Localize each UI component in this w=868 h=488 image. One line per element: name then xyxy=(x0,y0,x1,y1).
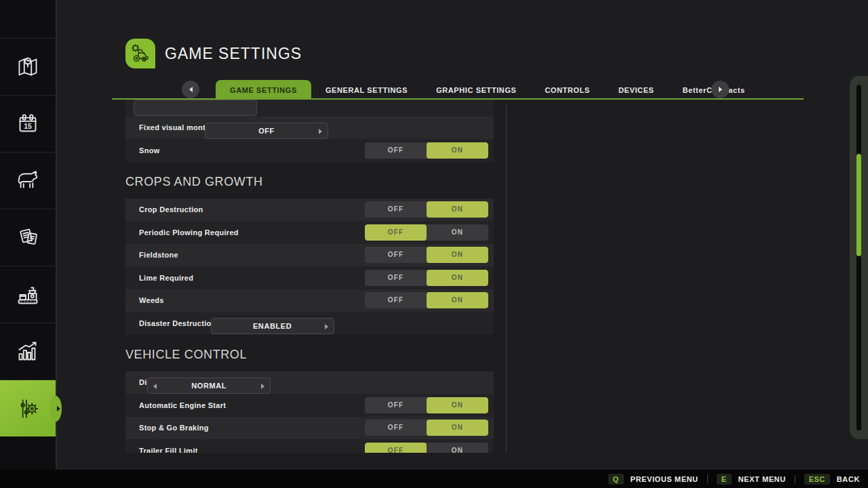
toggle-off-button[interactable]: OFF xyxy=(365,397,427,413)
cow-icon xyxy=(12,165,43,197)
setting-label: Trailer Fill Limit xyxy=(125,447,198,453)
select-fixed-visual-month[interactable]: OFF xyxy=(205,123,328,139)
sidebar-item-animals[interactable] xyxy=(0,152,56,209)
toggle-on-button[interactable]: ON xyxy=(427,420,488,436)
setting-row: Fixed visual monthOFF xyxy=(125,117,494,140)
setting-row: Automatic Engine StartOFFON xyxy=(125,394,494,417)
sidebar-item-production[interactable] xyxy=(0,266,56,323)
hint-label: BACK xyxy=(837,475,860,483)
setting-row: Lime RequiredOFFON xyxy=(125,266,494,289)
scrollbar-track[interactable] xyxy=(856,85,861,430)
select-value: OFF xyxy=(258,127,275,135)
production-icon xyxy=(12,279,43,310)
toggle-off-button[interactable]: OFF xyxy=(365,142,427,159)
sidebar-item-contracts[interactable] xyxy=(0,209,56,266)
setting-label: Disaster Destruction xyxy=(125,319,216,327)
setting-label: Lime Required xyxy=(125,274,193,282)
sidebar-item-settings[interactable] xyxy=(0,380,56,436)
right-arrow-icon[interactable] xyxy=(261,384,264,389)
setting-row: WeedsOFFON xyxy=(125,289,494,312)
setting-row: Stop & Go BrakingOFFON xyxy=(125,417,494,440)
toggle-trailer-fill-limit[interactable]: OFFON xyxy=(365,443,488,453)
toggle-on-button[interactable]: ON xyxy=(427,270,488,286)
settings-list: Fixed visual monthOFFSnowOFFONCROPS AND … xyxy=(125,100,494,453)
toggle-off-button[interactable]: OFF xyxy=(365,247,427,263)
setting-row: FieldstoneOFFON xyxy=(125,244,494,267)
select-value: NORMAL xyxy=(191,382,226,390)
tab-bar: GAME SETTINGSGENERAL SETTINGSGRAPHIC SET… xyxy=(112,80,804,100)
toggle-automatic-engine-start[interactable]: OFFON xyxy=(365,397,488,413)
toggle-off-button[interactable]: OFF xyxy=(365,224,427,241)
select-disaster-destruction[interactable]: ENABLED xyxy=(211,318,334,334)
left-arrow-icon[interactable] xyxy=(182,81,199,98)
setting-label: Crop Destruction xyxy=(125,205,203,214)
hint-label: NEXT MENU xyxy=(738,475,786,483)
tab-devices[interactable]: DEVICES xyxy=(604,80,669,100)
setting-row: DirtNORMAL xyxy=(125,371,494,394)
toggle-off-button[interactable]: OFF xyxy=(365,420,427,436)
setting-label: Stop & Go Braking xyxy=(125,424,209,432)
key-badge-q: Q xyxy=(608,474,624,485)
hint-separator xyxy=(795,475,795,483)
toggle-on-button[interactable]: ON xyxy=(427,397,488,413)
toggle-on-button[interactable]: ON xyxy=(427,443,488,453)
select-dirt[interactable]: NORMAL xyxy=(147,378,271,394)
tab-general-settings[interactable]: GENERAL SETTINGS xyxy=(311,80,422,100)
footer-bar: QPREVIOUS MENUENEXT MENUESCBACK xyxy=(0,470,868,488)
setting-label: Fieldstone xyxy=(125,251,178,259)
section-title-crops-and-growth: CROPS AND GROWTH xyxy=(125,162,494,199)
stats-icon xyxy=(12,336,43,367)
select-value: ENABLED xyxy=(253,322,292,330)
hint-separator xyxy=(707,475,708,483)
toggle-on-button[interactable]: ON xyxy=(427,201,488,218)
sidebar-item-calendar[interactable]: 15 xyxy=(0,95,56,152)
setting-label: Snow xyxy=(125,146,160,155)
setting-row: Crop DestructionOFFON xyxy=(125,199,494,222)
toggle-on-button[interactable]: ON xyxy=(427,224,488,241)
hint-back[interactable]: ESCBACK xyxy=(804,474,860,485)
toggle-weeds[interactable]: OFFON xyxy=(365,292,488,308)
hint-previous-menu[interactable]: QPREVIOUS MENU xyxy=(608,474,698,485)
toggle-off-button[interactable]: OFF xyxy=(365,443,427,453)
toggle-on-button[interactable]: ON xyxy=(427,142,488,159)
setting-label: Weeds xyxy=(125,296,164,304)
toggle-snow[interactable]: OFFON xyxy=(365,142,488,159)
right-arrow-icon[interactable] xyxy=(711,81,729,98)
toggle-on-button[interactable]: ON xyxy=(427,247,488,263)
setting-row: Periodic Plowing RequiredOFFON xyxy=(125,221,494,244)
column-divider xyxy=(506,105,507,453)
toggle-lime-required[interactable]: OFFON xyxy=(365,270,488,286)
key-badge-e: E xyxy=(717,474,732,485)
tab-graphic-settings[interactable]: GRAPHIC SETTINGS xyxy=(422,80,530,100)
map-icon xyxy=(12,52,43,83)
setting-row: Disaster DestructionENABLED xyxy=(125,312,494,335)
tabs: GAME SETTINGSGENERAL SETTINGSGRAPHIC SET… xyxy=(216,80,760,100)
tab-controls[interactable]: CONTROLS xyxy=(531,80,605,100)
right-arrow-icon[interactable] xyxy=(319,129,322,134)
setting-row: Trailer Fill LimitOFFON xyxy=(125,439,494,453)
hint-next-menu[interactable]: ENEXT MENU xyxy=(717,474,786,485)
settings-icon xyxy=(12,393,43,424)
scrollbar-thumb[interactable] xyxy=(856,154,861,256)
toggle-crop-destruction[interactable]: OFFON xyxy=(365,201,488,218)
setting-row xyxy=(125,100,494,117)
sidebar-items: 15 xyxy=(0,38,56,436)
tab-game-settings[interactable]: GAME SETTINGS xyxy=(216,80,311,100)
setting-label: Automatic Engine Start xyxy=(125,401,226,409)
toggle-fieldstone[interactable]: OFFON xyxy=(365,247,488,263)
svg-text:15: 15 xyxy=(24,123,32,130)
sidebar-spacer xyxy=(0,0,56,38)
toggle-on-button[interactable]: ON xyxy=(427,292,488,308)
sidebar-item-map[interactable] xyxy=(0,38,56,95)
toggle-periodic-plowing-required[interactable]: OFFON xyxy=(365,224,488,241)
toggle-stop-go-braking[interactable]: OFFON xyxy=(365,420,488,436)
toggle-off-button[interactable]: OFF xyxy=(365,201,427,218)
calendar-icon: 15 xyxy=(12,108,43,140)
scrollbar[interactable] xyxy=(850,76,868,439)
select-item[interactable] xyxy=(134,100,257,116)
right-arrow-icon[interactable] xyxy=(325,324,328,329)
left-arrow-icon[interactable] xyxy=(153,384,157,389)
sidebar-item-statistics[interactable] xyxy=(0,323,56,380)
toggle-off-button[interactable]: OFF xyxy=(365,292,427,308)
toggle-off-button[interactable]: OFF xyxy=(365,270,427,286)
